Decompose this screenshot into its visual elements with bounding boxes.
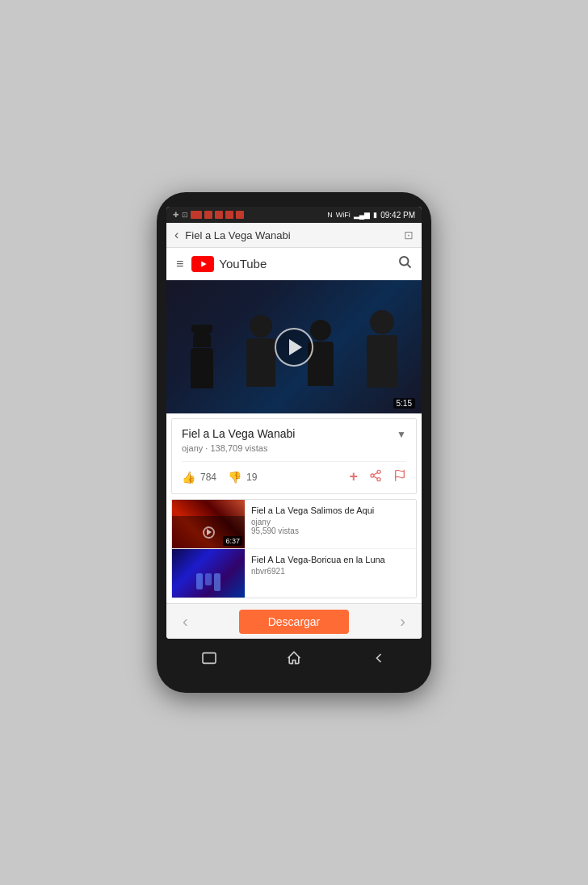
video-duration: 5:15 [393,398,415,409]
status-bar: ✚ ⊡ N WiFi ▂▄▆ ▮ 09:42 PM [166,207,422,223]
video-actions: 👍 784 👎 19 + [182,461,406,485]
phone-device: ✚ ⊡ N WiFi ▂▄▆ ▮ 09:42 PM ‹ Fiel a La Ve… [157,192,431,693]
likes-count: 784 [200,472,216,483]
youtube-app-bar: ≡ YouTube [166,248,422,280]
related-title-1: Fiel a La Vega Salimos de Aqui [251,505,410,516]
wifi-icon: WiFi [336,211,351,219]
related-channel-1: ojany [251,518,410,526]
browser-back-button[interactable]: ‹ [174,228,178,242]
svg-line-6 [374,476,378,479]
time-display: 09:42 PM [380,211,415,220]
add-to-playlist-icon[interactable]: + [349,468,358,485]
browser-address-bar: ‹ Fiel a La Vega Wanabi ⊡ [166,223,422,248]
youtube-logo-icon [191,256,214,272]
thumbs-down-icon[interactable]: 👎 [228,471,242,484]
status-icons: ✚ ⊡ [173,211,244,219]
svg-marker-0 [202,261,207,266]
signal-icon: ▂▄▆ [354,211,370,219]
thumbs-up-icon[interactable]: 👍 [182,471,195,484]
play-triangle-icon [289,339,302,355]
search-icon[interactable] [397,254,412,273]
related-thumb-1: 6:37 [172,500,245,548]
svg-point-4 [371,474,374,477]
related-views-1: 95,590 vistas [251,526,410,535]
related-video-item[interactable]: Fiel A La Vega-Boricua en la Luna nbvr69… [172,549,416,598]
phone-navigation [166,639,422,678]
yt-play-icon [197,258,208,270]
browser-nav-back-button[interactable]: ‹ [176,609,195,634]
video-views: 138,709 vistas [210,443,267,453]
dislikes-count: 19 [246,472,257,483]
video-channel: ojany [182,443,203,453]
related-duration-1: 6:37 [223,536,242,546]
home-button[interactable] [276,647,312,673]
svg-line-7 [374,472,378,475]
svg-point-1 [400,257,409,266]
svg-point-5 [377,477,380,480]
youtube-logo: YouTube [191,256,267,272]
browser-title: Fiel a La Vega Wanabi [185,229,397,241]
related-videos-section: 6:37 Fiel a La Vega Salimos de Aqui ojan… [171,499,417,598]
related-thumb-2 [172,549,245,598]
video-meta: ojany · 138,709 vistas [182,443,406,453]
related-channel-2: nbvr6921 [251,567,410,576]
yt-app-bar-left: ≡ YouTube [176,256,267,272]
related-info-1: Fiel a La Vega Salimos de Aqui ojany 95,… [245,500,416,548]
download-button[interactable]: Descargar [239,610,350,634]
recent-apps-button[interactable] [191,648,227,672]
cast-icon[interactable]: ⊡ [404,229,414,241]
svg-point-3 [377,470,380,473]
bottom-browser-bar: ‹ Descargar › [166,603,422,639]
share-icon[interactable] [369,469,382,485]
battery-icon: ▮ [373,211,377,219]
youtube-logo-text: YouTube [219,257,267,271]
back-button[interactable] [361,647,397,673]
dropdown-arrow-icon[interactable]: ▼ [397,429,406,440]
video-title: Fiel a La Vega Wanabi [182,427,390,440]
nfc-icon: N [327,211,333,219]
action-group-left: 👍 784 👎 19 [182,471,349,484]
related-info-2: Fiel A La Vega-Boricua en la Luna nbvr69… [245,549,416,598]
play-button[interactable] [275,328,313,367]
status-right: N WiFi ▂▄▆ ▮ 09:42 PM [327,211,415,220]
video-player[interactable]: 5:15 [166,280,422,413]
svg-line-2 [407,264,410,267]
video-info-card: Fiel a La Vega Wanabi ▼ ojany · 138,709 … [171,418,417,494]
flag-icon[interactable] [393,469,406,485]
hamburger-menu-icon[interactable]: ≡ [176,257,183,271]
video-title-row: Fiel a La Vega Wanabi ▼ [182,427,406,440]
browser-nav-forward-button[interactable]: › [393,609,412,634]
related-thumb-bg-2 [172,549,245,598]
related-video-item[interactable]: 6:37 Fiel a La Vega Salimos de Aqui ojan… [172,500,416,549]
action-group-right: + [349,468,406,485]
related-title-2: Fiel A La Vega-Boricua en la Luna [251,554,410,565]
phone-screen: ✚ ⊡ N WiFi ▂▄▆ ▮ 09:42 PM ‹ Fiel a La Ve… [166,207,422,639]
svg-rect-9 [203,653,216,664]
